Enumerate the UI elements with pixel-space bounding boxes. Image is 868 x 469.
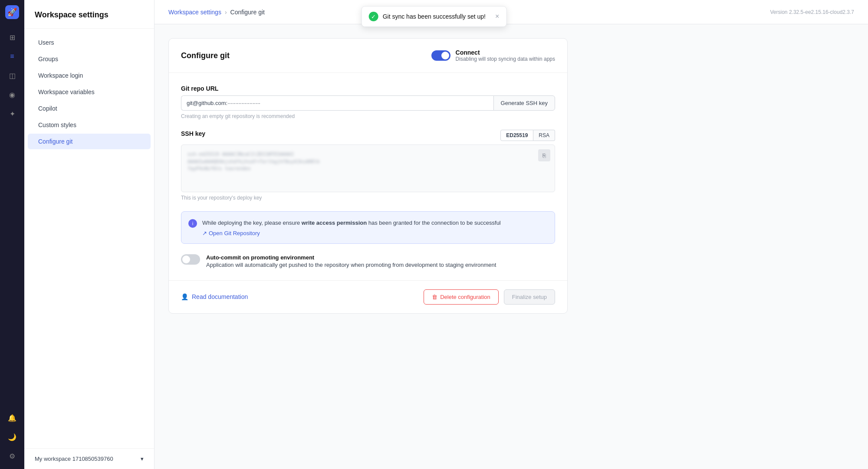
topbar: Workspace settings › Configure git Versi…: [155, 0, 868, 24]
toast-notification: ✓ Git sync has been successfully set up!…: [362, 6, 507, 27]
card-header: Configure git Connect Disabling will sto…: [169, 39, 567, 73]
main-area: Workspace settings › Configure git Versi…: [155, 0, 868, 469]
auto-commit-toggle-thumb: [182, 256, 190, 263]
workspace-name: My workspace 1710850539760: [35, 456, 113, 462]
rail-icon-bell[interactable]: 🔔: [4, 410, 20, 426]
toast-check-icon: ✓: [369, 12, 378, 21]
info-box: i While deploying the key, please ensure…: [181, 211, 555, 244]
rail-icon-moon[interactable]: 🌙: [4, 429, 20, 445]
breadcrumb-current: Configure git: [230, 9, 265, 16]
card-footer: 👤 Read documentation 🗑 Delete configurat…: [169, 280, 567, 313]
connect-toggle[interactable]: [431, 50, 450, 61]
toast-message: Git sync has been successfully set up!: [383, 13, 486, 20]
ssh-key-text: ssh-ed25519 AAAAC3NzaC1lZDI1NTE5AAAAI AA…: [187, 151, 549, 173]
auto-commit-labels: Auto-commit on promoting environment App…: [206, 254, 496, 268]
sidebar: Workspace settings Users Groups Workspac…: [24, 0, 155, 469]
sidebar-nav: Users Groups Workspace login Workspace v…: [24, 29, 154, 155]
key-type-ed25519[interactable]: ED25519: [500, 130, 533, 141]
rail-icon-layers[interactable]: ◫: [4, 68, 20, 83]
git-repo-input[interactable]: [181, 95, 493, 111]
info-text-bold: write access permission: [302, 220, 367, 226]
trash-icon: 🗑: [432, 294, 437, 300]
external-link-icon: ↗: [202, 230, 207, 236]
ssh-key-header: SSH key ED25519 RSA: [181, 130, 555, 141]
rail-icon-grid[interactable]: ⊞: [4, 30, 20, 45]
sidebar-title: Workspace settings: [24, 0, 154, 29]
card-body: Git repo URL Generate SSH key Creating a…: [169, 73, 567, 280]
configure-git-card: Configure git Connect Disabling will sto…: [168, 38, 568, 314]
app-logo[interactable]: 🚀: [5, 5, 19, 19]
generate-ssh-key-button[interactable]: Generate SSH key: [493, 95, 555, 111]
rail-icon-circle[interactable]: ◉: [4, 87, 20, 102]
breadcrumb-parent[interactable]: Workspace settings: [168, 9, 221, 16]
delete-configuration-button[interactable]: 🗑 Delete configuration: [424, 289, 499, 305]
breadcrumb-separator: ›: [225, 9, 227, 16]
info-box-content: While deploying the key, please ensure w…: [202, 219, 501, 236]
sidebar-item-users[interactable]: Users: [28, 35, 151, 50]
content-area: Configure git Connect Disabling will sto…: [155, 24, 868, 469]
version-badge: Version 2.32.5-ee2.15.16-cloud2.3.7: [770, 9, 854, 15]
deploy-key-hint: This is your repository's deploy key: [181, 195, 555, 201]
toast-close-button[interactable]: ×: [495, 13, 499, 20]
sidebar-item-workspace-variables[interactable]: Workspace variables: [28, 84, 151, 100]
auto-commit-row: Auto-commit on promoting environment App…: [181, 254, 555, 268]
sidebar-item-copilot[interactable]: Copilot: [28, 101, 151, 116]
toast-container: ✓ Git sync has been successfully set up!…: [362, 6, 507, 27]
info-text-start: While deploying the key, please ensure: [202, 220, 302, 226]
key-type-rsa[interactable]: RSA: [533, 130, 555, 141]
connect-section: Connect Disabling will stop syncing data…: [431, 49, 555, 62]
footer-buttons: 🗑 Delete configuration Finalize setup: [424, 289, 555, 305]
rail-icon-star[interactable]: ✦: [4, 106, 20, 121]
connect-label: Connect: [456, 49, 555, 56]
info-text-end: has been granted for the connection to b…: [367, 220, 501, 226]
sidebar-item-custom-styles[interactable]: Custom styles: [28, 117, 151, 133]
read-documentation-link[interactable]: 👤 Read documentation: [181, 293, 248, 300]
auto-commit-description: Application will automatically get pushe…: [206, 262, 496, 268]
rail-icon-list[interactable]: ≡: [4, 49, 20, 64]
git-repo-field: Git repo URL Generate SSH key Creating a…: [181, 85, 555, 119]
toggle-thumb: [441, 52, 449, 59]
open-git-repo-link[interactable]: ↗ Open Git Repository: [202, 230, 501, 236]
ssh-key-field: SSH key ED25519 RSA ssh-ed25519 AAAAC3Nz…: [181, 130, 555, 201]
git-repo-hint: Creating an empty git repository is reco…: [181, 113, 555, 119]
auto-commit-toggle[interactable]: [181, 254, 200, 265]
info-text: While deploying the key, please ensure w…: [202, 219, 501, 227]
card-title: Configure git: [181, 51, 230, 60]
info-icon: i: [188, 219, 197, 228]
auto-commit-title: Auto-commit on promoting environment: [206, 254, 496, 261]
ssh-key-box: ssh-ed25519 AAAAC3NzaC1lZDI1NTE5AAAAI AA…: [181, 144, 555, 192]
finalize-setup-button[interactable]: Finalize setup: [504, 289, 555, 305]
chevron-down-icon: ▾: [141, 456, 144, 462]
doc-link-icon: 👤: [181, 293, 188, 300]
rail-icon-gear[interactable]: ⚙: [4, 448, 20, 464]
git-repo-label: Git repo URL: [181, 85, 555, 92]
git-repo-input-row: Generate SSH key: [181, 95, 555, 111]
sidebar-item-groups[interactable]: Groups: [28, 51, 151, 67]
sidebar-item-workspace-login[interactable]: Workspace login: [28, 68, 151, 83]
copy-ssh-key-button[interactable]: ⎘: [538, 149, 550, 161]
workspace-selector[interactable]: My workspace 1710850539760 ▾: [24, 448, 154, 469]
breadcrumb: Workspace settings › Configure git: [168, 9, 265, 16]
key-type-buttons: ED25519 RSA: [500, 130, 555, 141]
connect-labels: Connect Disabling will stop syncing data…: [456, 49, 555, 62]
connect-sublabel: Disabling will stop syncing data within …: [456, 56, 555, 62]
icon-rail: 🚀 ⊞ ≡ ◫ ◉ ✦ 🔔 🌙 ⚙: [0, 0, 24, 469]
sidebar-item-configure-git[interactable]: Configure git: [28, 134, 151, 149]
ssh-key-label: SSH key: [181, 130, 205, 137]
